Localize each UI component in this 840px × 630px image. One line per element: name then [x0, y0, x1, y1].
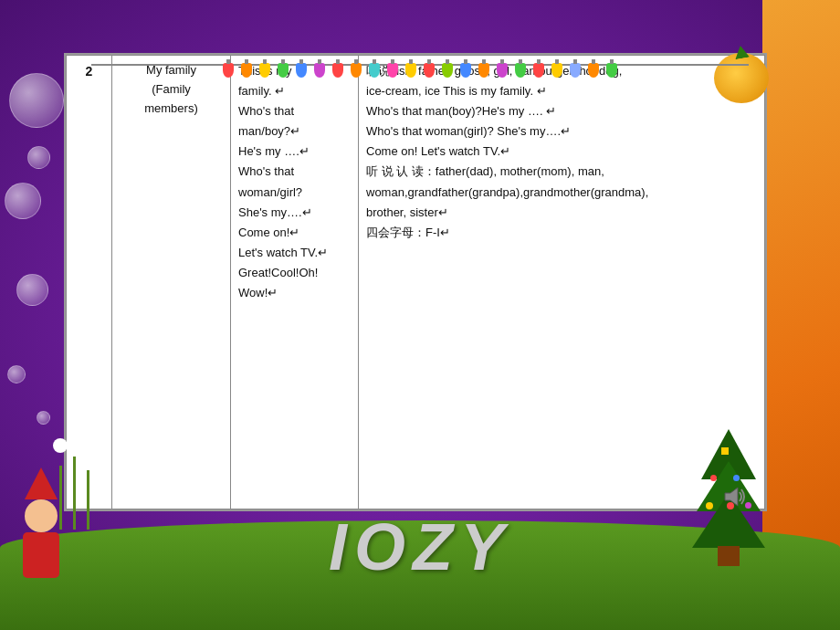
bubble-6 [37, 411, 50, 425]
bubble-4 [16, 274, 48, 306]
speaker-svg [723, 486, 749, 508]
light-7 [332, 63, 343, 78]
tree-trunk [718, 546, 740, 566]
elf-decoration [9, 467, 73, 577]
bubble-1 [9, 73, 64, 128]
light-14 [460, 63, 471, 78]
light-3 [259, 63, 270, 78]
light-5 [296, 63, 307, 78]
light-1 [223, 63, 234, 78]
light-18 [533, 63, 544, 78]
bottom-text-value: IOZY [329, 510, 511, 583]
activity-line-2: ice-cream, ice This is my family. ↵ [366, 81, 757, 101]
light-21 [588, 63, 599, 78]
elf-body [23, 532, 59, 578]
phrase-line-6: Who's that [238, 162, 351, 182]
phrase-line-10: Let's watch TV.↵ [238, 243, 351, 263]
phrase-line-4: man/boy?↵ [238, 121, 351, 142]
phrases-content: This is my family. ↵ Who's that man/boy?… [238, 61, 351, 303]
light-15 [478, 63, 489, 78]
light-2 [241, 63, 252, 78]
activity-line-3: Who's that man(boy)?He's my …. ↵ [366, 101, 757, 121]
title-line3: members) [120, 100, 223, 119]
phrase-line-8: She's my….↵ [238, 203, 351, 223]
activities-content: 听说:fish, father, goose, girl, hamburger,… [366, 61, 757, 243]
light-10 [387, 63, 398, 78]
speaker-icon[interactable] [723, 486, 749, 511]
light-11 [405, 63, 416, 78]
christmas-lights [91, 57, 749, 84]
light-6 [314, 63, 325, 78]
light-16 [497, 63, 508, 78]
phrase-line-5: He's my ….↵ [238, 142, 351, 162]
light-13 [442, 63, 453, 78]
activity-line-6: 听 说 认 读：father(dad), mother(mom), man, [366, 162, 757, 182]
lesson-table: 2 My family (Family members) This is my … [66, 55, 765, 509]
bubble-5 [7, 365, 26, 383]
activity-line-7: woman,grandfather(grandpa),grandmother(g… [366, 183, 757, 203]
phrase-line-7: woman/girl? [238, 183, 351, 203]
activity-line-8: brother, sister↵ [366, 203, 757, 223]
phrase-line-12: Wow!↵ [238, 283, 351, 303]
elf-head [25, 499, 58, 532]
lesson-title-cell: My family (Family members) [112, 56, 231, 509]
svg-marker-0 [725, 488, 738, 506]
bubble-2 [5, 183, 41, 219]
light-19 [551, 63, 562, 78]
light-22 [606, 63, 617, 78]
phrases-cell: This is my family. ↵ Who's that man/boy?… [231, 56, 359, 509]
activity-line-9: 四会字母：F-I↵ [366, 223, 757, 243]
light-4 [278, 63, 289, 78]
light-12 [424, 63, 435, 78]
phrase-line-3: Who's that [238, 101, 351, 121]
activity-line-4: Who's that woman(girl)? She's my….↵ [366, 121, 757, 142]
light-17 [515, 63, 526, 78]
phrase-line-9: Come on!↵ [238, 223, 351, 243]
light-9 [369, 63, 380, 78]
light-20 [570, 63, 581, 78]
phrase-line-11: Great!Cool!Oh! [238, 263, 351, 283]
bottom-decorative-text: IOZY [329, 509, 511, 584]
elf-hat [25, 467, 58, 499]
light-8 [351, 63, 362, 78]
bubble-3 [27, 146, 50, 169]
main-content-area: 2 My family (Family members) This is my … [64, 53, 767, 511]
phrase-line-2: family. ↵ [238, 81, 351, 101]
activity-line-5: Come on! Let's watch TV.↵ [366, 142, 757, 162]
